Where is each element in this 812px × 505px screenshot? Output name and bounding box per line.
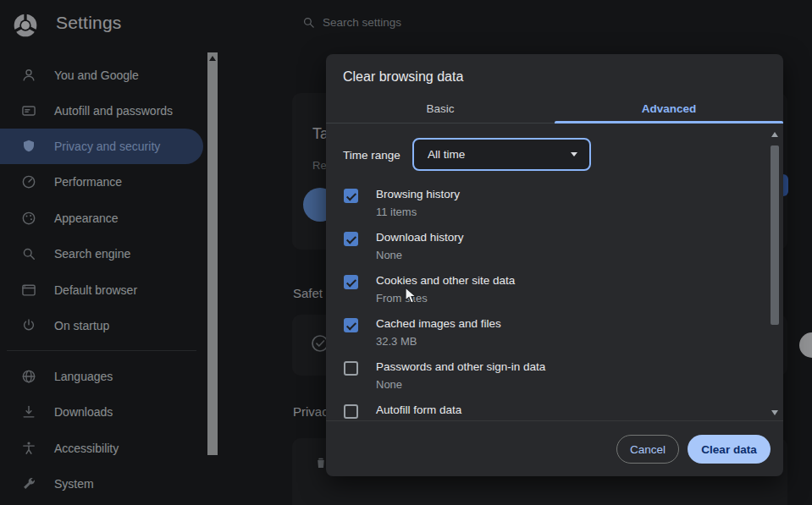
time-range-label: Time range [343, 149, 400, 162]
chevron-down-icon [571, 152, 577, 156]
cookies-checkbox[interactable] [344, 275, 358, 289]
scroll-up-arrow-icon[interactable] [771, 132, 778, 137]
passwords-checkbox[interactable] [344, 361, 358, 376]
scroll-down-arrow-icon[interactable] [771, 410, 778, 415]
dialog-title: Clear browsing data [343, 69, 463, 85]
mouse-cursor [404, 287, 419, 305]
data-type-list: Browsing history 11 items Download histo… [326, 181, 768, 420]
clear-browsing-data-dialog: Clear browsing data Basic Advanced Time … [326, 54, 783, 476]
row-autofill-form-data[interactable]: Autofill form data [326, 397, 768, 420]
active-tab-underline [555, 121, 783, 124]
row-detail: None [376, 246, 768, 264]
row-download-history[interactable]: Download history None [326, 224, 768, 267]
tab-advanced[interactable]: Advanced [555, 98, 783, 123]
dialog-scrollbar[interactable] [770, 130, 781, 417]
row-label: Cached images and files [376, 315, 768, 332]
clear-data-button[interactable]: Clear data [688, 435, 771, 464]
row-cached-images[interactable]: Cached images and files 32.3 MB [326, 310, 768, 354]
time-range-select[interactable]: All time [412, 138, 591, 171]
row-browsing-history[interactable]: Browsing history 11 items [326, 181, 768, 224]
row-detail: From sites [376, 289, 768, 307]
download-history-checkbox[interactable] [344, 232, 358, 246]
row-detail: 32.3 MB [376, 332, 768, 350]
dialog-footer: Cancel Clear data [326, 420, 783, 476]
cancel-button[interactable]: Cancel [616, 435, 679, 464]
scrollbar-thumb[interactable] [771, 145, 779, 325]
row-label: Browsing history [376, 185, 768, 203]
browsing-history-checkbox[interactable] [344, 189, 358, 203]
row-cookies[interactable]: Cookies and other site data From sites [326, 267, 768, 310]
row-label: Cookies and other site data [376, 272, 768, 289]
cached-images-checkbox[interactable] [344, 318, 358, 332]
autofill-form-data-checkbox[interactable] [344, 404, 358, 419]
row-detail: 11 items [376, 203, 768, 221]
row-label: Download history [376, 228, 768, 246]
row-detail: None [376, 376, 768, 393]
row-passwords[interactable]: Passwords and other sign-in data None [326, 354, 768, 397]
row-label: Autofill form data [376, 401, 768, 419]
time-range-value: All time [428, 148, 571, 161]
tab-basic[interactable]: Basic [326, 98, 555, 123]
row-label: Passwords and other sign-in data [376, 358, 768, 376]
